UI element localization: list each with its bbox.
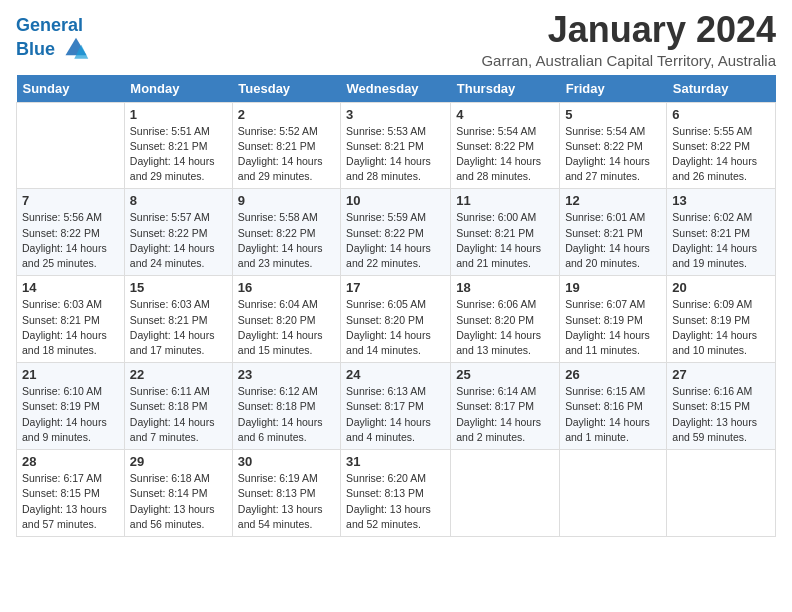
calendar-cell: 31Sunrise: 6:20 AM Sunset: 8:13 PM Dayli… (341, 450, 451, 537)
cell-details: Sunrise: 6:00 AM Sunset: 8:21 PM Dayligh… (456, 210, 554, 271)
day-number: 25 (456, 367, 554, 382)
title-area: January 2024 Garran, Australian Capital … (481, 10, 776, 69)
day-number: 23 (238, 367, 335, 382)
day-number: 9 (238, 193, 335, 208)
day-number: 17 (346, 280, 445, 295)
cell-details: Sunrise: 5:55 AM Sunset: 8:22 PM Dayligh… (672, 124, 770, 185)
logo-text2: Blue (16, 36, 90, 64)
logo-icon (62, 36, 90, 64)
calendar-cell: 10Sunrise: 5:59 AM Sunset: 8:22 PM Dayli… (341, 189, 451, 276)
calendar-cell: 1Sunrise: 5:51 AM Sunset: 8:21 PM Daylig… (124, 102, 232, 189)
calendar-cell: 13Sunrise: 6:02 AM Sunset: 8:21 PM Dayli… (667, 189, 776, 276)
calendar-cell: 20Sunrise: 6:09 AM Sunset: 8:19 PM Dayli… (667, 276, 776, 363)
calendar-cell (17, 102, 125, 189)
cell-details: Sunrise: 6:06 AM Sunset: 8:20 PM Dayligh… (456, 297, 554, 358)
calendar-cell: 11Sunrise: 6:00 AM Sunset: 8:21 PM Dayli… (451, 189, 560, 276)
day-number: 28 (22, 454, 119, 469)
cell-details: Sunrise: 6:07 AM Sunset: 8:19 PM Dayligh… (565, 297, 661, 358)
cell-details: Sunrise: 5:52 AM Sunset: 8:21 PM Dayligh… (238, 124, 335, 185)
calendar-cell: 14Sunrise: 6:03 AM Sunset: 8:21 PM Dayli… (17, 276, 125, 363)
cell-details: Sunrise: 6:19 AM Sunset: 8:13 PM Dayligh… (238, 471, 335, 532)
calendar-cell: 28Sunrise: 6:17 AM Sunset: 8:15 PM Dayli… (17, 450, 125, 537)
cell-details: Sunrise: 6:16 AM Sunset: 8:15 PM Dayligh… (672, 384, 770, 445)
calendar-cell: 6Sunrise: 5:55 AM Sunset: 8:22 PM Daylig… (667, 102, 776, 189)
day-number: 18 (456, 280, 554, 295)
calendar-cell: 9Sunrise: 5:58 AM Sunset: 8:22 PM Daylig… (232, 189, 340, 276)
cell-details: Sunrise: 6:13 AM Sunset: 8:17 PM Dayligh… (346, 384, 445, 445)
calendar-cell (451, 450, 560, 537)
calendar-cell: 22Sunrise: 6:11 AM Sunset: 8:18 PM Dayli… (124, 363, 232, 450)
header-saturday: Saturday (667, 75, 776, 103)
cell-details: Sunrise: 6:20 AM Sunset: 8:13 PM Dayligh… (346, 471, 445, 532)
cell-details: Sunrise: 5:56 AM Sunset: 8:22 PM Dayligh… (22, 210, 119, 271)
calendar-cell: 8Sunrise: 5:57 AM Sunset: 8:22 PM Daylig… (124, 189, 232, 276)
day-number: 27 (672, 367, 770, 382)
cell-details: Sunrise: 6:17 AM Sunset: 8:15 PM Dayligh… (22, 471, 119, 532)
calendar-cell: 5Sunrise: 5:54 AM Sunset: 8:22 PM Daylig… (560, 102, 667, 189)
calendar-cell: 27Sunrise: 6:16 AM Sunset: 8:15 PM Dayli… (667, 363, 776, 450)
day-number: 29 (130, 454, 227, 469)
cell-details: Sunrise: 6:18 AM Sunset: 8:14 PM Dayligh… (130, 471, 227, 532)
logo: General Blue (16, 16, 90, 64)
calendar-cell: 25Sunrise: 6:14 AM Sunset: 8:17 PM Dayli… (451, 363, 560, 450)
cell-details: Sunrise: 6:05 AM Sunset: 8:20 PM Dayligh… (346, 297, 445, 358)
cell-details: Sunrise: 6:09 AM Sunset: 8:19 PM Dayligh… (672, 297, 770, 358)
calendar-cell: 4Sunrise: 5:54 AM Sunset: 8:22 PM Daylig… (451, 102, 560, 189)
cell-details: Sunrise: 6:03 AM Sunset: 8:21 PM Dayligh… (130, 297, 227, 358)
cell-details: Sunrise: 6:02 AM Sunset: 8:21 PM Dayligh… (672, 210, 770, 271)
week-row-2: 14Sunrise: 6:03 AM Sunset: 8:21 PM Dayli… (17, 276, 776, 363)
day-number: 26 (565, 367, 661, 382)
logo-text: General (16, 16, 90, 36)
calendar-body: 1Sunrise: 5:51 AM Sunset: 8:21 PM Daylig… (17, 102, 776, 536)
location: Garran, Australian Capital Territory, Au… (481, 52, 776, 69)
day-number: 31 (346, 454, 445, 469)
day-number: 4 (456, 107, 554, 122)
calendar-cell: 17Sunrise: 6:05 AM Sunset: 8:20 PM Dayli… (341, 276, 451, 363)
day-number: 14 (22, 280, 119, 295)
header-thursday: Thursday (451, 75, 560, 103)
calendar-cell (667, 450, 776, 537)
calendar-cell: 3Sunrise: 5:53 AM Sunset: 8:21 PM Daylig… (341, 102, 451, 189)
calendar-header-row: SundayMondayTuesdayWednesdayThursdayFrid… (17, 75, 776, 103)
header-tuesday: Tuesday (232, 75, 340, 103)
cell-details: Sunrise: 6:12 AM Sunset: 8:18 PM Dayligh… (238, 384, 335, 445)
calendar-cell: 18Sunrise: 6:06 AM Sunset: 8:20 PM Dayli… (451, 276, 560, 363)
week-row-1: 7Sunrise: 5:56 AM Sunset: 8:22 PM Daylig… (17, 189, 776, 276)
calendar-cell: 23Sunrise: 6:12 AM Sunset: 8:18 PM Dayli… (232, 363, 340, 450)
week-row-4: 28Sunrise: 6:17 AM Sunset: 8:15 PM Dayli… (17, 450, 776, 537)
calendar-cell: 16Sunrise: 6:04 AM Sunset: 8:20 PM Dayli… (232, 276, 340, 363)
calendar-cell (560, 450, 667, 537)
day-number: 20 (672, 280, 770, 295)
cell-details: Sunrise: 5:58 AM Sunset: 8:22 PM Dayligh… (238, 210, 335, 271)
header-sunday: Sunday (17, 75, 125, 103)
week-row-0: 1Sunrise: 5:51 AM Sunset: 8:21 PM Daylig… (17, 102, 776, 189)
day-number: 13 (672, 193, 770, 208)
calendar-cell: 2Sunrise: 5:52 AM Sunset: 8:21 PM Daylig… (232, 102, 340, 189)
day-number: 11 (456, 193, 554, 208)
cell-details: Sunrise: 5:51 AM Sunset: 8:21 PM Dayligh… (130, 124, 227, 185)
week-row-3: 21Sunrise: 6:10 AM Sunset: 8:19 PM Dayli… (17, 363, 776, 450)
day-number: 30 (238, 454, 335, 469)
day-number: 19 (565, 280, 661, 295)
day-number: 10 (346, 193, 445, 208)
cell-details: Sunrise: 5:59 AM Sunset: 8:22 PM Dayligh… (346, 210, 445, 271)
cell-details: Sunrise: 6:15 AM Sunset: 8:16 PM Dayligh… (565, 384, 661, 445)
calendar-cell: 29Sunrise: 6:18 AM Sunset: 8:14 PM Dayli… (124, 450, 232, 537)
cell-details: Sunrise: 6:10 AM Sunset: 8:19 PM Dayligh… (22, 384, 119, 445)
calendar-cell: 26Sunrise: 6:15 AM Sunset: 8:16 PM Dayli… (560, 363, 667, 450)
cell-details: Sunrise: 5:57 AM Sunset: 8:22 PM Dayligh… (130, 210, 227, 271)
day-number: 22 (130, 367, 227, 382)
calendar-cell: 30Sunrise: 6:19 AM Sunset: 8:13 PM Dayli… (232, 450, 340, 537)
cell-details: Sunrise: 5:54 AM Sunset: 8:22 PM Dayligh… (565, 124, 661, 185)
cell-details: Sunrise: 5:54 AM Sunset: 8:22 PM Dayligh… (456, 124, 554, 185)
day-number: 5 (565, 107, 661, 122)
calendar-cell: 21Sunrise: 6:10 AM Sunset: 8:19 PM Dayli… (17, 363, 125, 450)
cell-details: Sunrise: 6:14 AM Sunset: 8:17 PM Dayligh… (456, 384, 554, 445)
cell-details: Sunrise: 5:53 AM Sunset: 8:21 PM Dayligh… (346, 124, 445, 185)
cell-details: Sunrise: 6:03 AM Sunset: 8:21 PM Dayligh… (22, 297, 119, 358)
calendar-cell: 12Sunrise: 6:01 AM Sunset: 8:21 PM Dayli… (560, 189, 667, 276)
day-number: 3 (346, 107, 445, 122)
cell-details: Sunrise: 6:04 AM Sunset: 8:20 PM Dayligh… (238, 297, 335, 358)
day-number: 6 (672, 107, 770, 122)
cell-details: Sunrise: 6:11 AM Sunset: 8:18 PM Dayligh… (130, 384, 227, 445)
